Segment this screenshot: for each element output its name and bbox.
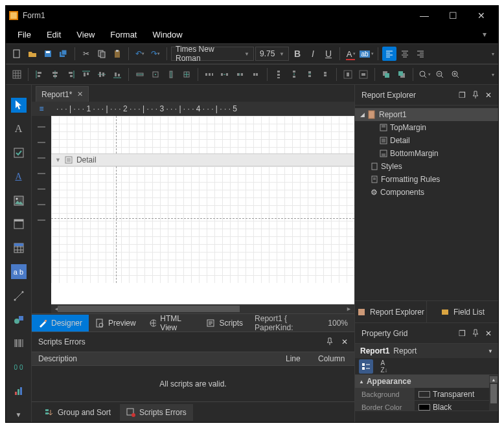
category-appearance[interactable]: ▲Appearance (355, 375, 489, 388)
menu-format[interactable]: Format (110, 30, 137, 39)
align-r-icon[interactable] (63, 67, 78, 82)
cut-icon[interactable]: ✂ (79, 47, 93, 61)
tab-scripts[interactable]: Scripts (200, 315, 249, 332)
vsp-eq-icon[interactable] (271, 67, 286, 82)
categorized-icon[interactable] (359, 359, 373, 374)
detail-band-header[interactable]: ▼ Detail (51, 153, 354, 166)
tab-close-icon[interactable]: ✕ (77, 90, 83, 98)
sizeh-icon[interactable] (164, 67, 178, 82)
zoom-out-icon[interactable] (433, 67, 447, 82)
grid-icon[interactable] (10, 67, 24, 82)
property-selector[interactable]: Report1 Report ▼ (355, 344, 498, 358)
size-combo[interactable]: 9.75▼ (255, 47, 289, 61)
align-l-icon[interactable] (32, 67, 47, 82)
panel-tool-icon[interactable] (11, 217, 27, 232)
chevron-down-icon[interactable]: ▼ (11, 407, 27, 422)
propgrid-scrollbar[interactable]: ▲ ▼ (489, 375, 498, 411)
sizeg-icon[interactable] (148, 67, 163, 82)
open-icon[interactable] (25, 47, 40, 61)
pin-icon[interactable] (472, 329, 479, 338)
picture-tool-icon[interactable] (11, 193, 27, 208)
minimize-button[interactable]: — (410, 6, 439, 25)
tab-group-sort[interactable]: Group and Sort (38, 404, 117, 421)
align-right-icon[interactable] (413, 47, 428, 61)
char-tool-icon[interactable]: a b (11, 264, 27, 279)
chart-tool-icon[interactable] (11, 383, 27, 398)
node-topmargin[interactable]: TopMargin (355, 121, 498, 134)
menu-file[interactable]: File (17, 30, 31, 39)
hsp-eq-icon[interactable] (202, 67, 216, 82)
menu-view[interactable]: View (76, 30, 95, 39)
col-description[interactable]: Description (32, 354, 286, 363)
propgrid-close-icon[interactable]: ✕ (485, 329, 492, 338)
toolbar-overflow-icon[interactable]: ▾ (492, 51, 494, 57)
panel-close-icon[interactable]: ✕ (341, 337, 348, 346)
zip-tool-icon[interactable]: 0 0 (11, 360, 27, 375)
close-button[interactable]: ✕ (467, 6, 496, 25)
send-back-icon[interactable] (395, 67, 409, 82)
align-ch-icon[interactable] (95, 67, 109, 82)
center-v-icon[interactable] (356, 67, 371, 82)
hsp-inc-icon[interactable] (218, 67, 232, 82)
redo-icon[interactable]: ↷▾ (148, 47, 163, 61)
hsp-rem-icon[interactable] (249, 67, 263, 82)
vsp-inc-icon[interactable] (287, 67, 301, 82)
tab-field-list[interactable]: Field List (427, 301, 498, 322)
shape-tool-icon[interactable] (11, 312, 27, 327)
node-rules[interactable]: Formatting Rules (355, 173, 498, 186)
toolbar2-overflow-icon[interactable]: ▾ (492, 72, 494, 78)
checkbox-tool-icon[interactable] (11, 146, 27, 161)
align-center-icon[interactable] (398, 47, 412, 61)
table-tool-icon[interactable] (11, 241, 27, 256)
node-bottommargin[interactable]: BottomMargin (355, 147, 498, 160)
prop-row-bordercolor[interactable]: Border ColorBlack (355, 401, 489, 411)
menu-window[interactable]: Window (152, 30, 182, 39)
menu-overflow-icon[interactable]: ▾ (483, 30, 487, 39)
vsp-dec-icon[interactable] (303, 67, 317, 82)
alphabetical-icon[interactable]: AZ↓ (377, 359, 391, 374)
node-detail[interactable]: Detail (355, 134, 498, 147)
italic-icon[interactable]: I (306, 47, 320, 61)
pin-icon[interactable] (472, 91, 479, 100)
new-icon[interactable] (10, 47, 24, 61)
saveall-icon[interactable] (56, 47, 71, 61)
tab-html[interactable]: HTML View (143, 315, 200, 332)
node-report1[interactable]: ◢Report1 (355, 108, 498, 121)
sizeb-icon[interactable] (179, 67, 194, 82)
zoom-btn-icon[interactable]: ▾ (417, 67, 431, 82)
save-icon[interactable] (41, 47, 55, 61)
bring-front-icon[interactable] (379, 67, 393, 82)
explorer-close-icon[interactable]: ✕ (485, 91, 492, 100)
report-canvas[interactable]: ▼ Detail (51, 116, 354, 304)
hsp-dec-icon[interactable] (233, 67, 247, 82)
pin-icon[interactable] (326, 337, 334, 346)
bold-icon[interactable]: B (290, 47, 304, 61)
richtext-tool-icon[interactable]: A (11, 169, 27, 184)
node-styles[interactable]: Styles (355, 160, 498, 173)
col-column[interactable]: Column (318, 354, 354, 363)
tab-report1[interactable]: Report1* ✕ (36, 86, 89, 102)
backcolor-icon[interactable]: ab▾ (360, 47, 374, 61)
node-components[interactable]: ⚙Components (355, 186, 498, 199)
center-h-icon[interactable] (341, 67, 355, 82)
undo-icon[interactable]: ↶▾ (133, 47, 147, 61)
paste-icon[interactable] (110, 47, 124, 61)
menu-edit[interactable]: Edit (47, 30, 61, 39)
forecolor-icon[interactable]: A▾ (344, 47, 358, 61)
font-combo[interactable]: Times New Roman▼ (171, 47, 254, 61)
prop-row-background[interactable]: BackgroundTransparent (355, 388, 489, 401)
zoom-in-icon[interactable] (448, 67, 463, 82)
window-mode-icon[interactable]: ❐ (459, 91, 466, 100)
align-cv-icon[interactable] (48, 67, 62, 82)
barcode-tool-icon[interactable] (11, 336, 27, 351)
tab-scripts-errors[interactable]: Scripts Errors (120, 404, 193, 421)
maximize-button[interactable]: ☐ (439, 6, 467, 25)
underline-icon[interactable]: U (321, 47, 336, 61)
vsp-rem-icon[interactable] (318, 67, 332, 82)
line-tool-icon[interactable] (11, 288, 27, 303)
tab-designer[interactable]: Designer (32, 315, 89, 332)
ruler-corner-icon[interactable]: ≡ (32, 102, 51, 116)
window-mode-icon[interactable]: ❐ (459, 329, 466, 338)
align-left-icon[interactable] (382, 47, 396, 61)
sizew-icon[interactable] (133, 67, 147, 82)
